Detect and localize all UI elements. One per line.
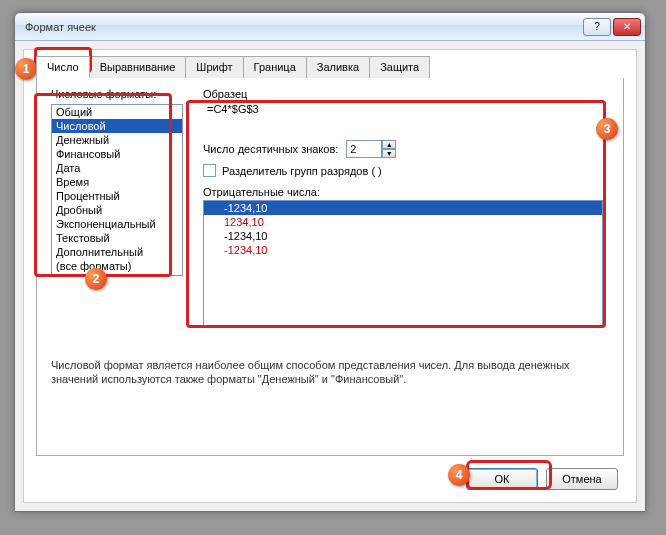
help-button[interactable]: ? <box>583 18 611 36</box>
format-item[interactable]: Дробный <box>52 203 182 217</box>
tab-strip: Число Выравнивание Шрифт Граница Заливка… <box>36 56 429 78</box>
tab-alignment[interactable]: Выравнивание <box>89 56 187 78</box>
negatives-listbox[interactable]: -1234,10 1234,10 -1234,10 -1234,10 <box>203 200 603 328</box>
negative-item[interactable]: -1234,10 <box>204 229 602 243</box>
separator-row: Разделитель групп разрядов ( ) <box>203 164 382 177</box>
decimals-input[interactable] <box>346 140 382 158</box>
negative-item[interactable]: 1234,10 <box>204 215 602 229</box>
dialog-window: Формат ячеек ? ✕ Число Выравнивание Шриф… <box>14 12 646 512</box>
decimals-row: Число десятичных знаков: ▲ ▼ <box>203 140 396 158</box>
tab-fill[interactable]: Заливка <box>306 56 370 78</box>
format-item[interactable]: Экспоненциальный <box>52 217 182 231</box>
format-item[interactable]: Время <box>52 175 182 189</box>
tab-border[interactable]: Граница <box>243 56 307 78</box>
format-item[interactable]: Числовой <box>52 119 182 133</box>
negative-item[interactable]: -1234,10 <box>204 201 602 215</box>
decimals-label: Число десятичных знаков: <box>203 143 338 155</box>
separator-label: Разделитель групп разрядов ( ) <box>222 165 382 177</box>
format-item[interactable]: Дополнительный <box>52 245 182 259</box>
format-item[interactable]: (все форматы) <box>52 259 182 273</box>
sample-value: =C4*$G$3 <box>203 102 603 120</box>
close-button[interactable]: ✕ <box>613 18 641 36</box>
window-buttons: ? ✕ <box>583 18 641 36</box>
format-item[interactable]: Дата <box>52 161 182 175</box>
dialog-buttons: ОК Отмена <box>466 468 618 490</box>
formats-label: Числовые форматы: <box>51 88 156 100</box>
spin-down-icon[interactable]: ▼ <box>382 149 396 158</box>
decimals-spinner[interactable]: ▲ ▼ <box>346 140 396 158</box>
negatives-label: Отрицательные числа: <box>203 186 320 198</box>
negative-item[interactable]: -1234,10 <box>204 243 602 257</box>
tab-panel: Числовые форматы: Общий Числовой Денежны… <box>36 78 624 456</box>
separator-checkbox[interactable] <box>203 164 216 177</box>
client-area: Число Выравнивание Шрифт Граница Заливка… <box>23 49 637 503</box>
format-item[interactable]: Процентный <box>52 189 182 203</box>
format-item[interactable]: Денежный <box>52 133 182 147</box>
tab-font[interactable]: Шрифт <box>185 56 243 78</box>
description-text: Числовой формат является наиболее общим … <box>51 358 609 387</box>
sample-label: Образец <box>203 88 247 100</box>
format-item[interactable]: Текстовый <box>52 231 182 245</box>
ok-button[interactable]: ОК <box>466 468 538 490</box>
cancel-button[interactable]: Отмена <box>546 468 618 490</box>
format-item[interactable]: Финансовый <box>52 147 182 161</box>
formats-listbox[interactable]: Общий Числовой Денежный Финансовый Дата … <box>51 104 183 276</box>
tab-protection[interactable]: Защита <box>369 56 430 78</box>
spin-up-icon[interactable]: ▲ <box>382 140 396 149</box>
window-title: Формат ячеек <box>25 21 583 33</box>
tab-number[interactable]: Число <box>36 56 90 78</box>
titlebar: Формат ячеек ? ✕ <box>15 13 645 41</box>
format-item[interactable]: Общий <box>52 105 182 119</box>
